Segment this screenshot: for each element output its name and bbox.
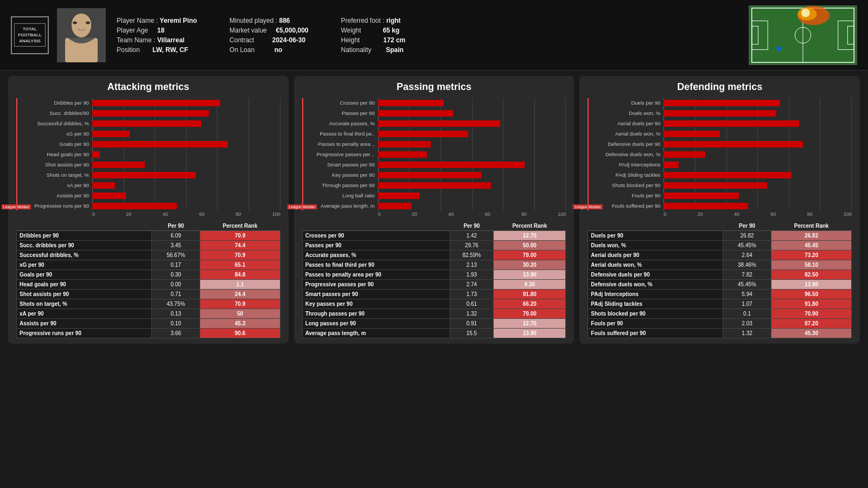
table-cell-rank: 30.20 — [494, 260, 566, 270]
chart-bar — [92, 120, 201, 127]
table-cell-per90: 0.00 — [151, 280, 200, 290]
chart-bar — [663, 151, 705, 158]
table-cell-metric: Successful dribbles, % — [17, 251, 152, 260]
attacking-panel: Attacking metrics Dribbles per 90Succ. d… — [8, 76, 289, 344]
table-cell-rank: 91.80 — [494, 290, 566, 299]
foot-row: Preferred foot : right — [341, 17, 406, 24]
chart-bar-label: Shot assists per 90 — [16, 162, 92, 168]
chart-bar — [378, 162, 525, 168]
table-row: PAdj Interceptions5.9496.50 — [588, 290, 852, 299]
chart-row: xA per 90 — [16, 181, 280, 190]
table-cell-metric: Passes to final third per 90 — [302, 260, 450, 270]
chart-bar-label: Crosses per 90 — [302, 100, 378, 106]
chart-bar-area — [378, 192, 566, 199]
chart-bar-label: Fouls per 90 — [588, 192, 663, 198]
chart-bar — [663, 141, 803, 147]
table-cell-rank: 90.6 — [200, 329, 280, 338]
defending-chart: Duels per 90Duels won, %Aerial duels per… — [588, 98, 852, 210]
attacking-title: Attacking metrics — [16, 81, 280, 93]
preferred-foot: right — [386, 17, 401, 24]
chart-bar-area — [92, 120, 280, 127]
player-age: 18 — [157, 27, 164, 34]
chart-bar-area — [378, 110, 566, 117]
table-row: Succ. dribbles per 903.4574.4 — [17, 241, 280, 251]
logo: TOTALFOOTBALLANALYSIS — [11, 16, 49, 54]
chart-bar — [378, 151, 427, 158]
chart-bar-area — [92, 192, 280, 199]
weight: 65 kg — [383, 27, 400, 34]
table-cell-per90: 15.5 — [450, 329, 494, 338]
chart-row: Duels won, % — [588, 108, 852, 118]
chart-row: Aerial duels per 90 — [588, 119, 852, 128]
team-row: Team Name : Villarreal — [117, 36, 197, 44]
chart-bar-label: Smart passes per 90 — [302, 162, 378, 168]
table-row: Duels won, %45.45%45.45 — [588, 241, 852, 251]
table-cell-per90: 56.67% — [151, 251, 200, 260]
chart-bar-area — [378, 182, 566, 189]
table-row: Smart passes per 901.7391.80 — [302, 290, 566, 299]
table-cell-per90: 2.64 — [723, 251, 771, 260]
chart-bar-label: Dribbles per 90 — [16, 100, 92, 106]
table-cell-rank: 66.20 — [494, 299, 566, 309]
chart-row: Succ. dribbles/90 — [16, 108, 280, 118]
table-cell-rank: 73.20 — [771, 251, 852, 260]
chart-row: Passes to final third pe.. — [302, 129, 566, 138]
attacking-col-per90: Per 90 — [151, 221, 200, 231]
table-cell-per90: 1.93 — [450, 270, 494, 280]
table-cell-metric: Succ. dribbles per 90 — [17, 241, 152, 251]
table-cell-metric: PAdj Sliding tackles — [588, 299, 723, 309]
passing-chart: Crosses per 90Passes per 90Accurate pass… — [302, 98, 566, 210]
table-row: Dribbles per 906.0970.9 — [17, 231, 280, 241]
chart-bar-area — [663, 172, 852, 178]
chart-bar — [92, 192, 126, 199]
info-col-2: Minuted played : 886 Market value €5,000… — [229, 17, 308, 54]
attacking-chart: Dribbles per 90Succ. dribbles/90Successf… — [16, 98, 280, 210]
table-cell-metric: PAdj Interceptions — [588, 290, 723, 299]
chart-row: Duels per 90 — [588, 98, 852, 107]
table-cell-rank: 58.10 — [771, 260, 852, 270]
chart-bar — [663, 172, 792, 178]
table-cell-per90: 1.32 — [450, 309, 494, 319]
table-cell-metric: Fouls per 90 — [588, 319, 723, 329]
chart-bar — [663, 203, 748, 209]
chart-bar-area — [663, 100, 852, 106]
table-row: Head goals per 900.001.1 — [17, 280, 280, 290]
table-cell-rank: 45.3 — [200, 319, 280, 329]
passing-col-metric — [302, 221, 450, 231]
nationality-row: Nationality Spain — [341, 46, 406, 54]
table-cell-rank: 74.4 — [200, 241, 280, 251]
chart-bar-area — [663, 162, 852, 168]
chart-bar — [92, 182, 115, 189]
table-cell-rank: 70.9 — [200, 299, 280, 309]
chart-row: Aerial duels won, % — [588, 129, 852, 138]
header: TOTALFOOTBALLANALYSIS Player Name : Yere… — [0, 0, 868, 70]
attacking-table: Per 90 Percent Rank Dribbles per 906.097… — [16, 221, 280, 338]
table-row: Crosses per 901.4212.70 — [302, 231, 566, 241]
table-cell-metric: Shots on target, % — [17, 299, 152, 309]
chart-bar-area — [378, 151, 566, 158]
chart-bar-area — [663, 110, 852, 117]
chart-bar-area — [378, 203, 566, 209]
table-cell-per90: 1.32 — [723, 329, 771, 338]
table-cell-rank: 26.82 — [771, 231, 852, 241]
table-row: Shot assists per 900.7124.4 — [17, 290, 280, 299]
table-cell-rank: 13.90 — [494, 270, 566, 280]
chart-bar-area — [378, 162, 566, 168]
table-cell-rank: 70.9 — [200, 251, 280, 260]
table-row: Aerial duels per 902.6473.20 — [588, 251, 852, 260]
table-cell-rank: 96.50 — [771, 290, 852, 299]
table-cell-metric: Defensive duels per 90 — [588, 270, 723, 280]
table-cell-rank: 13.90 — [771, 280, 852, 290]
chart-bar-label: Key passes per 90 — [302, 172, 378, 178]
table-cell-rank: 45.30 — [771, 329, 852, 338]
chart-row: Through passes per 90 — [302, 181, 566, 190]
table-cell-metric: Accurate passes, % — [302, 251, 450, 260]
chart-row: Fouls per 90 — [588, 191, 852, 200]
market-value: €5,000,000 — [276, 27, 308, 34]
defending-title: Defending metrics — [588, 81, 852, 93]
table-row: Duels per 9026.8226.82 — [588, 231, 852, 241]
table-cell-per90: 3.66 — [151, 329, 200, 338]
table-cell-per90: 43.75% — [151, 299, 200, 309]
weight-row: Weight 65 kg — [341, 27, 406, 34]
table-cell-per90: 1.73 — [450, 290, 494, 299]
